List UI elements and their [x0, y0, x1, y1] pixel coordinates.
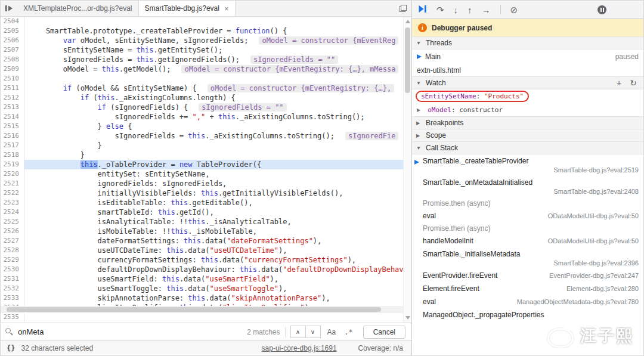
thread-item[interactable]: extn-utils.html	[412, 63, 643, 77]
line-number[interactable]: 2510	[1, 74, 24, 83]
code-line[interactable]: 2516 sIgnoredFields = this._aExistingCol…	[1, 131, 403, 141]
line-number[interactable]: 2515	[1, 122, 24, 131]
pause-on-exceptions-button[interactable]	[597, 5, 606, 14]
line-number[interactable]: 2522	[1, 188, 24, 198]
call-stack-frame[interactable]: EventProvider.fireEventEventProvider-dbg…	[412, 269, 643, 282]
code-line[interactable]: 2505 SmartTable.prototype._createTablePr…	[1, 26, 403, 36]
code-line[interactable]: 2529 currencyFormatSettings: this.data("…	[1, 255, 403, 265]
line-number[interactable]: 2533	[1, 293, 24, 303]
line-number[interactable]: 2506	[1, 36, 24, 45]
file-location-link[interactable]: sap-ui-core-dbg.js:1691	[262, 344, 337, 352]
tab-xmltemplateprocessor[interactable]: XMLTemplateProc...or-dbg.js?eval	[17, 1, 139, 16]
line-number[interactable]: 2524	[1, 208, 24, 217]
line-number[interactable]: 2513	[1, 103, 24, 112]
previous-match-button[interactable]: ∧	[290, 326, 306, 338]
scroll-up-arrow-icon[interactable]	[405, 20, 410, 23]
code-line[interactable]: 2524 smartTableId: this.getId(),	[1, 208, 403, 217]
line-number[interactable]: 2518	[1, 150, 24, 160]
code-line[interactable]: 2511 if (oModel && sEntitySetName) {oMod…	[1, 83, 403, 93]
pretty-print-icon[interactable]: {}	[7, 344, 15, 352]
step-into-button[interactable]: ↓	[454, 5, 459, 14]
code-line[interactable]: 2527 dateFormatSettings: this.data("date…	[1, 236, 403, 246]
line-number[interactable]: 2516	[1, 131, 24, 141]
code-line[interactable]: 2507 sEntitySetName = this.getEntitySet(…	[1, 45, 403, 55]
code-line[interactable]: 2515 } else {	[1, 122, 403, 131]
line-number[interactable]: 2508	[1, 55, 24, 64]
threads-section-header[interactable]: ▼ Threads	[412, 36, 643, 49]
line-number[interactable]: 2527	[1, 236, 24, 246]
call-stack-frame[interactable]: Element.fireEventElement-dbg.js?eval:280	[412, 282, 643, 295]
code-line[interactable]: 2519 this._oTableProvider = new TablePro…	[1, 160, 403, 169]
code-editor[interactable]: 25042505 SmartTable.prototype._createTab…	[1, 17, 411, 323]
call-stack-frame[interactable]: SmartTable._onMetadataInitialisedSmartTa…	[412, 176, 643, 197]
watch-expression[interactable]: sEntitySetName: "Products"	[412, 89, 643, 103]
code-line[interactable]: 2533 skipAnnotationParse: this.data("ski…	[1, 293, 403, 303]
code-line[interactable]: 2517 }	[1, 141, 403, 150]
deactivate-breakpoints-button[interactable]: ⊘	[510, 5, 518, 14]
line-number[interactable]: 2507	[1, 45, 24, 55]
refresh-watch-icon[interactable]: ↻	[627, 79, 639, 87]
call-stack-frame[interactable]: ManagedObject._propagateProperties	[412, 308, 643, 321]
call-stack-frame[interactable]: evalManagedObjectMetadata-dbg.js?eval:78…	[412, 295, 643, 308]
code-line[interactable]: 2522 initiallyVisibleFields: this.getIni…	[1, 188, 403, 198]
step-button[interactable]: →	[482, 5, 491, 14]
chevron-right-icon[interactable]: ▶	[417, 107, 420, 113]
scroll-down-arrow-icon[interactable]	[405, 316, 410, 320]
breakpoints-section-header[interactable]: ▶ Breakpoints	[412, 116, 643, 129]
step-out-button[interactable]: ↑	[467, 5, 472, 14]
code-line[interactable]: 2526 isMobileTable: !!this._isMobileTabl…	[1, 227, 403, 236]
more-tabs-button[interactable]	[400, 1, 407, 16]
line-number[interactable]: 2525	[1, 217, 24, 227]
call-stack-frame[interactable]: evalODataModelUtil-dbg.js?eval:50	[412, 209, 643, 222]
horizontal-scroll-thumb[interactable]	[7, 307, 381, 312]
code-line[interactable]: 2531 useSmartField: this.data("useSmartF…	[1, 274, 403, 284]
code-line[interactable]: 2512 if (this._aExistingColumns.length) …	[1, 93, 403, 103]
line-number[interactable]: 2531	[1, 274, 24, 284]
code-line[interactable]: 2525 isAnalyticalTable: !!this._isAnalyt…	[1, 217, 403, 227]
tab-smarttable[interactable]: SmartTable-dbg.js?eval ×	[139, 1, 236, 16]
line-number[interactable]: 2517	[1, 141, 24, 150]
code-line[interactable]: 2528 useUTCDateTime: this.data("useUTCDa…	[1, 246, 403, 255]
code-line[interactable]: 2513 if (sIgnoredFields) {sIgnoredFields…	[1, 103, 403, 112]
code-line[interactable]: 2520 entitySet: sEntitySetName,	[1, 169, 403, 179]
call-stack-frame[interactable]: SmartTable._createTableProviderSmartTabl…	[412, 154, 643, 176]
scope-section-header[interactable]: ▶ Scope	[412, 129, 643, 142]
line-number[interactable]: 2526	[1, 227, 24, 236]
line-number[interactable]: 2505	[1, 26, 24, 36]
code-line[interactable]: 2514 sIgnoredFields += "," + this._aExis…	[1, 112, 403, 122]
code-line[interactable]: 2523 isEditableTable: this.getEditable()…	[1, 198, 403, 208]
code-line[interactable]: 2518 }	[1, 150, 403, 160]
vertical-scroll-thumb[interactable]	[405, 27, 410, 93]
add-watch-expression-button[interactable]: +	[614, 79, 624, 87]
call-stack-frame[interactable]: SmartTable._initialiseMetadataSmartTable…	[412, 247, 643, 269]
call-stack-frame[interactable]: handleModelInitODataModelUtil-dbg.js?eva…	[412, 234, 643, 247]
line-number[interactable]: 2535	[1, 312, 24, 322]
line-number[interactable]: 2519	[1, 160, 24, 169]
line-number[interactable]: 2523	[1, 198, 24, 208]
code-line[interactable]: 2530 defaultDropDownDisplayBehaviour: th…	[1, 265, 403, 274]
horizontal-scrollbar[interactable]	[1, 306, 403, 313]
match-case-toggle[interactable]: Aa	[326, 328, 338, 336]
code-line[interactable]: 2521 ignoredFields: sIgnoredFields,	[1, 179, 403, 188]
code-line[interactable]: 2535	[1, 312, 403, 322]
vertical-scrollbar[interactable]	[403, 17, 411, 323]
line-number[interactable]: 2520	[1, 169, 24, 179]
step-over-button[interactable]: ↷	[436, 5, 444, 14]
cancel-button[interactable]: Cancel	[363, 326, 405, 339]
resume-button[interactable]	[418, 5, 427, 14]
thread-item[interactable]: Mainpaused	[412, 49, 643, 63]
line-number[interactable]: 2514	[1, 112, 24, 122]
line-number[interactable]: 2511	[1, 83, 24, 93]
close-tab-icon[interactable]: ×	[224, 5, 229, 13]
code-line[interactable]: 2532 useSmartToggle: this.data("useSmart…	[1, 284, 403, 293]
code-line[interactable]: 2508 sIgnoredFields = this.getIgnoredFie…	[1, 55, 403, 64]
regex-toggle[interactable]: .*	[342, 328, 354, 336]
line-number[interactable]: 2504	[1, 17, 24, 26]
watch-section-header[interactable]: ▼ Watch + ↻	[412, 76, 643, 89]
code-line[interactable]: 2506 var oModel, sEntitySetName, sIgnore…	[1, 36, 403, 45]
call-stack-section-header[interactable]: ▼ Call Stack	[412, 141, 643, 154]
line-number[interactable]: 2512	[1, 93, 24, 103]
line-number[interactable]: 2521	[1, 179, 24, 188]
line-number[interactable]: 2528	[1, 246, 24, 255]
code-line[interactable]: 2509 oModel = this.getModel();oModel = c…	[1, 64, 403, 74]
